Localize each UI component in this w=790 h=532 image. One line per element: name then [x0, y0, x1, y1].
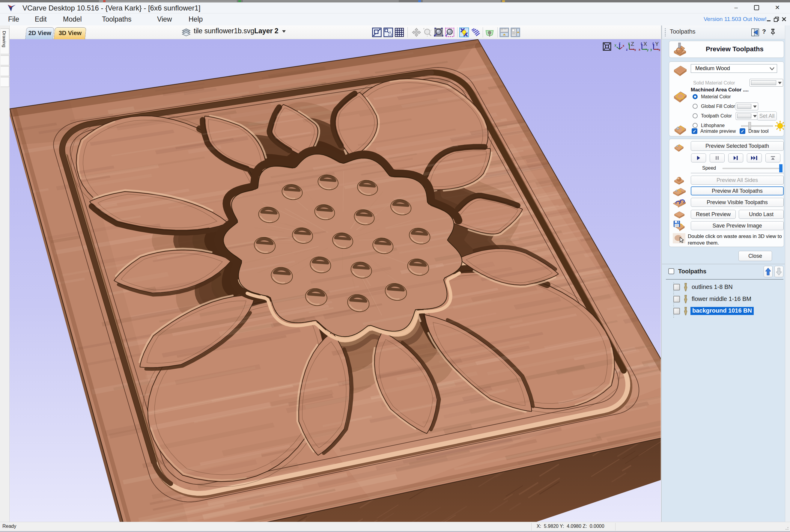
svg-text:x: x — [659, 48, 660, 52]
svg-text:x: x — [623, 44, 624, 48]
svg-text:z: z — [619, 41, 621, 45]
svg-text:y: y — [615, 43, 616, 47]
svg-text:z: z — [641, 42, 642, 45]
svg-text:X: X — [643, 41, 647, 47]
svg-text:y: y — [650, 48, 652, 51]
svg-text:Y: Y — [655, 41, 659, 47]
svg-text:y: y — [628, 42, 630, 45]
svg-text:y: y — [647, 48, 649, 52]
svg-text:x: x — [634, 48, 636, 52]
svg-text:z: z — [652, 42, 654, 45]
svg-text:z: z — [626, 48, 627, 51]
svg-text:Z: Z — [631, 41, 634, 47]
svg-text:x: x — [639, 48, 640, 51]
